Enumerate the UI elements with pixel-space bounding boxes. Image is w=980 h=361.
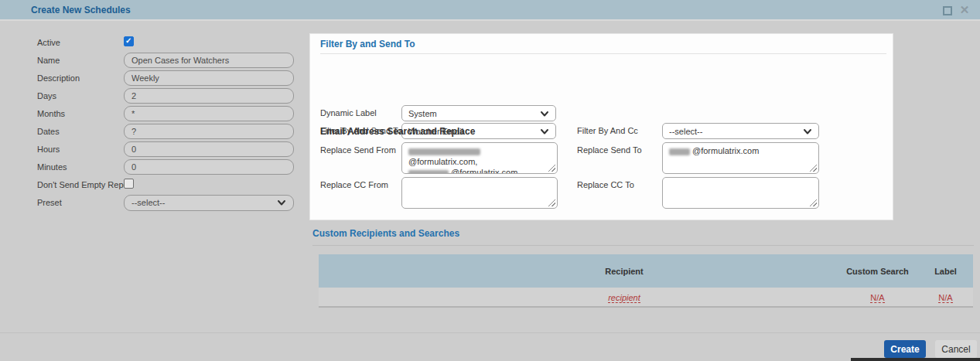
filter-by-cc-label: Filter By And Cc <box>577 123 638 139</box>
close-icon[interactable]: ✕ <box>958 3 971 17</box>
form-row-description: Description <box>37 70 294 86</box>
form-row-days: Days <box>37 88 294 104</box>
months-label: Months <box>37 109 124 118</box>
form-row-preset: Preset --select-- <box>37 195 294 210</box>
form-row-minutes: Minutes <box>37 159 294 175</box>
months-field[interactable] <box>124 106 294 121</box>
dont-send-empty-report-label: Don't Send Empty Report <box>37 180 124 189</box>
hours-field[interactable] <box>124 141 294 157</box>
dynamic-label-select-value: System <box>408 109 540 118</box>
active-checkbox[interactable]: ✓ <box>124 36 134 46</box>
replace-cc-to-textarea[interactable] <box>662 177 819 209</box>
filter-panel-heading: Filter By and Send To <box>320 39 886 54</box>
preset-select-value: --select-- <box>131 198 277 207</box>
preset-label: Preset <box>37 198 124 207</box>
dialog-titlebar: Create New Schedules ✕ <box>0 0 980 21</box>
custom-search-link[interactable]: N/A <box>870 293 884 303</box>
maximize-icon[interactable] <box>943 6 952 15</box>
filter-by-cc-select-value: --select-- <box>669 127 803 136</box>
label-link[interactable]: N/A <box>938 293 952 303</box>
description-field[interactable] <box>124 70 294 86</box>
filter-by-cc-select[interactable]: --select-- <box>662 123 819 139</box>
form-row-name: Name <box>37 53 294 68</box>
replace-send-to-line1: @formulatrix.com <box>692 146 759 155</box>
name-label: Name <box>37 56 124 65</box>
schedule-form: Active ✓ Name Description Days Months Da… <box>37 35 294 213</box>
custom-recipients-table: Recipient Custom Search Label recipient … <box>319 254 973 308</box>
redacted-text <box>408 148 480 155</box>
dates-field[interactable] <box>124 124 294 139</box>
resize-handle[interactable] <box>810 199 817 206</box>
filter-panel: Filter By and Send To Dynamic Label Syst… <box>309 33 893 220</box>
dont-send-empty-report-checkbox[interactable] <box>124 179 134 189</box>
description-label: Description <box>37 73 124 83</box>
days-label: Days <box>37 91 124 100</box>
recipient-column-header: Recipient <box>319 267 837 276</box>
label-column-header: Label <box>918 267 973 276</box>
preset-select[interactable]: --select-- <box>124 195 294 211</box>
hours-label: Hours <box>37 145 124 154</box>
replace-send-from-line1: @formulatrix.com, <box>408 157 477 166</box>
form-row-dates: Dates <box>37 124 294 139</box>
redacted-text <box>408 170 449 174</box>
email-search-replace-heading: Email Address Search and Replace <box>320 126 475 137</box>
name-field[interactable] <box>124 53 294 68</box>
replace-cc-from-label: Replace CC From <box>320 177 388 193</box>
section-divider <box>312 245 974 246</box>
redacted-text <box>669 148 690 155</box>
recipient-link[interactable]: recipient <box>608 293 640 303</box>
replace-cc-from-textarea[interactable] <box>401 177 558 209</box>
window-bottom-edge <box>851 358 980 361</box>
replace-send-from-line2: @formulatrix.com <box>451 168 517 174</box>
dynamic-label-label: Dynamic Label <box>320 105 377 121</box>
dates-label: Dates <box>37 127 124 136</box>
form-row-hours: Hours <box>37 141 294 157</box>
form-row-dont-send-empty: Don't Send Empty Report <box>37 177 294 192</box>
dialog-title: Create New Schedules <box>31 0 131 21</box>
custom-recipients-heading: Custom Recipients and Searches <box>312 228 459 239</box>
dynamic-label-select[interactable]: System <box>401 105 556 121</box>
days-field[interactable] <box>124 88 294 104</box>
chevron-down-icon <box>540 109 549 118</box>
table-header-row: Recipient Custom Search Label <box>319 254 973 288</box>
custom-search-column-header: Custom Search <box>837 267 918 276</box>
form-row-active: Active ✓ <box>37 35 294 50</box>
footer-divider <box>0 332 980 333</box>
resize-handle[interactable] <box>810 165 817 172</box>
chevron-down-icon <box>277 198 286 207</box>
create-button[interactable]: Create <box>884 340 926 358</box>
replace-send-to-textarea[interactable]: @formulatrix.com <box>662 142 819 174</box>
table-row: recipient N/A N/A <box>319 288 973 308</box>
check-icon: ✓ <box>125 36 131 45</box>
replace-cc-to-label: Replace CC To <box>577 177 634 193</box>
form-row-months: Months <box>37 106 294 121</box>
resize-handle[interactable] <box>548 199 555 206</box>
replace-send-from-textarea[interactable]: @formulatrix.com, @formulatrix.com <box>401 142 558 174</box>
replace-send-to-label: Replace Send To <box>577 142 642 158</box>
resize-handle[interactable] <box>548 165 555 172</box>
chevron-down-icon <box>803 127 812 136</box>
replace-send-from-label: Replace Send From <box>320 142 396 158</box>
active-label: Active <box>37 38 124 47</box>
create-new-schedules-dialog: Create New Schedules ✕ Active ✓ Name Des… <box>0 0 980 361</box>
minutes-label: Minutes <box>37 162 124 172</box>
minutes-field[interactable] <box>124 159 294 175</box>
cancel-button[interactable]: Cancel <box>935 340 977 358</box>
chevron-down-icon <box>540 127 549 136</box>
